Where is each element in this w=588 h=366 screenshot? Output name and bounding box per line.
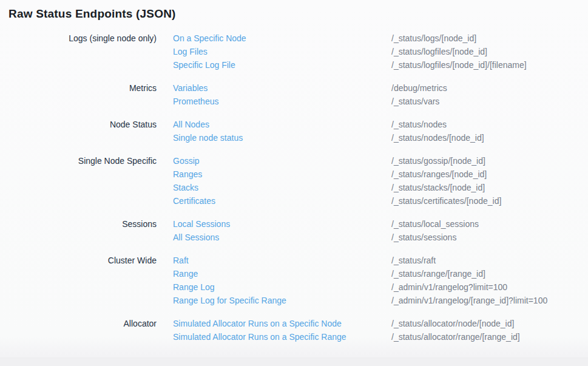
endpoint-link[interactable]: Simulated Allocator Runs on a Specific N… xyxy=(173,317,391,330)
category-label: Cluster Wide xyxy=(0,254,157,267)
endpoint-link[interactable]: Certificates xyxy=(173,194,391,208)
endpoint-link[interactable]: Gossip xyxy=(173,154,391,168)
endpoint-row: Range Log for Specific Range/_admin/v1/r… xyxy=(173,294,588,307)
endpoint-row: On a Specific Node/_status/logs/[node_id… xyxy=(173,32,588,45)
bottom-band xyxy=(0,358,588,366)
endpoint-path: /_status/logs/[node_id] xyxy=(391,32,476,45)
endpoint-link[interactable]: Prometheus xyxy=(173,95,391,108)
endpoint-path: /_status/certificates/[node_id] xyxy=(391,194,501,208)
endpoint-link[interactable]: Specific Log File xyxy=(173,58,391,72)
endpoint-path: /_status/logfiles/[node_id]/[filename] xyxy=(391,58,527,72)
endpoint-link[interactable]: Raft xyxy=(173,254,391,267)
endpoint-link[interactable]: All Nodes xyxy=(173,118,391,131)
endpoint-row: Simulated Allocator Runs on a Specific R… xyxy=(173,330,588,344)
endpoint-path: /_admin/v1/rangelog/[range_id]?limit=100 xyxy=(391,294,547,307)
endpoint-row: Variables/debug/metrics xyxy=(173,81,588,95)
endpoint-row: Prometheus/_status/vars xyxy=(173,95,588,108)
endpoint-path: /_admin/v1/rangelog?limit=100 xyxy=(391,280,507,294)
endpoint-row: Single node status/_status/nodes/[node_i… xyxy=(173,131,588,144)
endpoint-group: MetricsVariables/debug/metricsPrometheus… xyxy=(0,81,588,108)
endpoint-path: /_status/local_sessions xyxy=(391,217,479,231)
endpoint-row: Range/_status/range/[range_id] xyxy=(173,267,588,280)
category-label: Single Node Specific xyxy=(0,154,157,168)
endpoint-path: /_status/gossip/[node_id] xyxy=(391,154,485,168)
endpoint-link[interactable]: Range Log for Specific Range xyxy=(173,294,391,307)
endpoint-path: /_status/stacks/[node_id] xyxy=(391,181,485,194)
endpoint-row: Log Files/_status/logfiles/[node_id] xyxy=(173,45,588,58)
endpoint-row: Ranges/_status/ranges/[node_id] xyxy=(173,168,588,181)
endpoint-row: Local Sessions/_status/local_sessions xyxy=(173,217,588,231)
category-label: Allocator xyxy=(0,317,157,330)
endpoint-path: /_status/raft xyxy=(391,254,436,267)
endpoint-path: /_status/range/[range_id] xyxy=(391,267,485,280)
endpoint-path: /_status/nodes/[node_id] xyxy=(391,131,484,144)
endpoint-group: AllocatorSimulated Allocator Runs on a S… xyxy=(0,317,588,344)
endpoint-path: /_status/allocator/range/[range_id] xyxy=(391,330,520,344)
endpoint-rows: Variables/debug/metricsPrometheus/_statu… xyxy=(173,81,588,108)
page-title: Raw Status Endpoints (JSON) xyxy=(8,7,176,21)
endpoint-row: Simulated Allocator Runs on a Specific N… xyxy=(173,317,588,330)
debug-endpoints-page: Raw Status Endpoints (JSON) Logs (single… xyxy=(0,0,588,366)
endpoint-row: All Nodes/_status/nodes xyxy=(173,118,588,131)
endpoint-link[interactable]: Ranges xyxy=(173,168,391,181)
endpoint-rows: Raft/_status/raftRange/_status/range/[ra… xyxy=(173,254,588,307)
endpoint-path: /_status/sessions xyxy=(391,231,456,244)
endpoint-rows: Simulated Allocator Runs on a Specific N… xyxy=(173,317,588,344)
endpoint-groups-list: Logs (single node only)On a Specific Nod… xyxy=(0,32,588,353)
category-label: Logs (single node only) xyxy=(0,32,157,45)
endpoint-link[interactable]: Local Sessions xyxy=(173,217,391,231)
endpoint-link[interactable]: Range Log xyxy=(173,280,391,294)
endpoint-row: Raft/_status/raft xyxy=(173,254,588,267)
endpoint-row: Specific Log File/_status/logfiles/[node… xyxy=(173,58,588,72)
category-label: Metrics xyxy=(0,81,157,95)
endpoint-path: /_status/logfiles/[node_id] xyxy=(391,45,487,58)
category-label: Node Status xyxy=(0,118,157,131)
endpoint-group: SessionsLocal Sessions/_status/local_ses… xyxy=(0,217,588,244)
endpoint-rows: Local Sessions/_status/local_sessionsAll… xyxy=(173,217,588,244)
endpoint-group: Single Node SpecificGossip/_status/gossi… xyxy=(0,154,588,208)
endpoint-row: Gossip/_status/gossip/[node_id] xyxy=(173,154,588,168)
endpoint-row: Certificates/_status/certificates/[node_… xyxy=(173,194,588,208)
endpoint-path: /_status/vars xyxy=(391,95,439,108)
endpoint-link[interactable]: Variables xyxy=(173,81,391,95)
endpoint-group: Node StatusAll Nodes/_status/nodesSingle… xyxy=(0,118,588,144)
endpoint-link[interactable]: Single node status xyxy=(173,131,391,144)
endpoint-row: Range Log/_admin/v1/rangelog?limit=100 xyxy=(173,280,588,294)
endpoint-link[interactable]: All Sessions xyxy=(173,231,391,244)
category-label: Sessions xyxy=(0,217,157,231)
endpoint-link[interactable]: Log Files xyxy=(173,45,391,58)
endpoint-path: /_status/ranges/[node_id] xyxy=(391,168,487,181)
endpoint-path: /_status/nodes xyxy=(391,118,447,131)
endpoint-path: /_status/allocator/node/[node_id] xyxy=(391,317,514,330)
endpoint-link[interactable]: On a Specific Node xyxy=(173,32,391,45)
endpoint-rows: All Nodes/_status/nodesSingle node statu… xyxy=(173,118,588,144)
endpoint-link[interactable]: Range xyxy=(173,267,391,280)
endpoint-link[interactable]: Simulated Allocator Runs on a Specific R… xyxy=(173,330,391,344)
endpoint-rows: On a Specific Node/_status/logs/[node_id… xyxy=(173,32,588,72)
endpoint-rows: Gossip/_status/gossip/[node_id]Ranges/_s… xyxy=(173,154,588,208)
endpoint-path: /debug/metrics xyxy=(391,81,447,95)
endpoint-row: Stacks/_status/stacks/[node_id] xyxy=(173,181,588,194)
endpoint-group: Cluster WideRaft/_status/raftRange/_stat… xyxy=(0,254,588,307)
endpoint-group: Logs (single node only)On a Specific Nod… xyxy=(0,32,588,72)
endpoint-row: All Sessions/_status/sessions xyxy=(173,231,588,244)
endpoint-link[interactable]: Stacks xyxy=(173,181,391,194)
